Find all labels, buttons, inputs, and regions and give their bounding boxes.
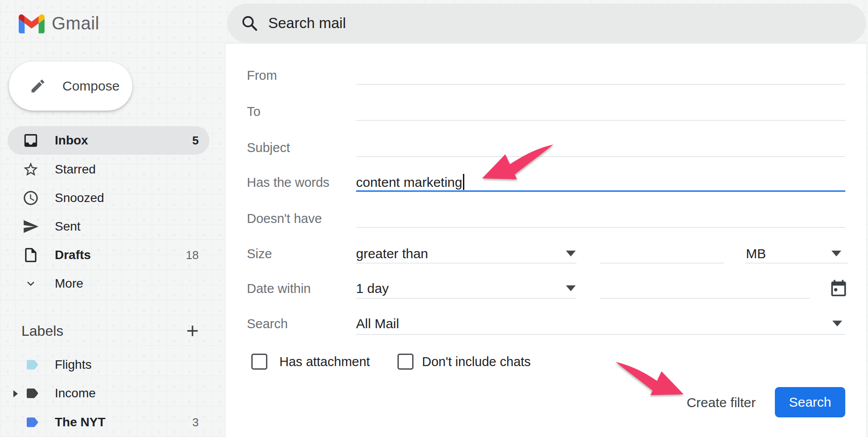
file-icon [22,247,39,264]
search-scope-row: Search All Mail [225,310,866,337]
doesnt-have-field-underline[interactable] [356,227,845,228]
doesnt-have-label: Doesn't have [247,205,322,232]
label-name: Flights [55,358,91,372]
annotation-arrow-has-words [480,143,555,180]
size-operator-underline [356,263,577,264]
has-words-value: content marketing [356,175,462,190]
sidebar-item-sent[interactable]: Sent [8,212,209,241]
compose-label: Compose [62,78,119,94]
to-row: To [225,98,866,125]
gmail-m-icon [19,14,45,33]
sidebar-item-snoozed[interactable]: Snoozed [8,184,209,212]
add-label-button[interactable] [184,322,201,340]
label-tag-icon [25,386,40,400]
date-within-label: Date within [247,275,311,302]
size-value-underline[interactable] [600,263,724,264]
sidebar-item-count: 5 [192,134,199,148]
annotation-arrow-create-filter [614,359,685,398]
from-field-underline[interactable] [356,84,845,85]
labels-title: Labels [21,317,63,344]
has-words-field[interactable]: content marketing [356,169,464,196]
to-label: To [247,98,261,125]
search-scope-select[interactable]: All Mail [356,310,399,337]
caret-down-icon[interactable] [566,285,576,291]
size-row: Size greater than MB [225,240,866,267]
label-tag-icon [25,358,40,372]
size-label: Size [247,240,272,267]
paper-plane-icon [22,218,39,235]
search-button[interactable]: Search [775,387,845,417]
sidebar-label-the-nyt[interactable]: The NYT 3 [8,408,209,436]
pencil-icon [29,78,46,95]
labels-header: Labels [8,317,209,344]
search-placeholder: Search mail [268,15,346,32]
sidebar-item-starred[interactable]: Starred [8,155,209,184]
has-words-label: Has the words [247,169,329,196]
label-name: The NYT [55,415,106,429]
text-cursor [463,174,464,190]
caret-down-icon[interactable] [831,251,841,256]
sidebar-item-label: Snoozed [55,191,104,205]
inbox-icon [22,132,39,149]
sidebar-label-flights[interactable]: Flights [8,351,209,379]
search-icon [241,14,258,32]
subject-field-underline[interactable] [356,156,845,157]
label-name: Income [55,386,96,400]
action-row: Create filter Search [225,387,866,418]
chevron-down-icon [24,276,38,291]
sidebar-item-more[interactable]: More [8,269,209,298]
gmail-app: Gmail Compose Inbox 5 Starred Snoozed Se… [0,0,868,437]
sidebar-item-inbox[interactable]: Inbox 5 [8,126,209,155]
caret-down-icon[interactable] [832,321,842,326]
date-within-row: Date within 1 day [225,275,866,302]
checkbox-row: Has attachment Don't include chats [225,348,866,375]
sidebar-item-label: More [55,276,83,291]
search-input[interactable]: Search mail [227,4,866,43]
size-unit-underline [745,263,848,264]
brand-wordmark: Gmail [52,13,99,33]
has-attachment-label[interactable]: Has attachment [279,348,370,375]
gmail-logo: Gmail [19,13,99,33]
caret-down-icon[interactable] [566,251,576,256]
has-words-focused-underline [356,190,845,192]
star-icon [22,161,39,178]
no-chats-label[interactable]: Don't include chats [422,348,531,375]
sidebar-item-label: Inbox [55,133,88,148]
sidebar-item-label: Drafts [55,248,91,262]
search-scope-label: Search [247,310,288,337]
search-scope-underline [356,334,845,335]
compose-button[interactable]: Compose [9,62,132,111]
sidebar-item-count: 18 [186,248,199,262]
calendar-icon[interactable] [829,278,848,298]
sidebar-item-label: Sent [55,219,81,234]
expand-arrow-icon[interactable] [13,390,18,397]
date-within-underline [356,298,577,299]
from-label: From [247,62,277,89]
sidebar-item-drafts[interactable]: Drafts 18 [8,241,209,269]
date-field-underline[interactable] [600,298,810,299]
advanced-search-panel: From To Subject Has the words content ma… [225,43,867,437]
clock-icon [22,190,39,206]
label-tag-icon [25,415,40,429]
no-chats-checkbox[interactable] [397,354,414,370]
subject-label: Subject [247,134,290,161]
sidebar-label-income[interactable]: Income [8,379,209,407]
label-count: 3 [192,416,199,429]
to-field-underline[interactable] [356,120,845,121]
sidebar-item-label: Starred [55,162,96,177]
doesnt-have-row: Doesn't have [225,205,866,232]
has-attachment-checkbox[interactable] [251,354,267,370]
from-row: From [225,62,866,89]
